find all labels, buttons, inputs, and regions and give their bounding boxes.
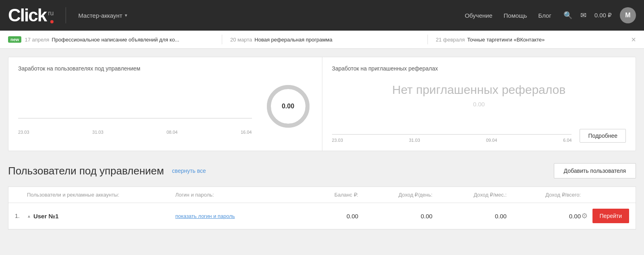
left-chart-content: 23.03 31.03 08.04 16.04 0.00 [18,78,312,135]
col-income-month-header: Доход ₽/мес.: [432,192,506,198]
right-label-1: 23.03 [332,138,343,143]
row-income-total: 0.00 [507,213,581,220]
right-chart-line [332,134,572,135]
news-separator-1 [222,35,222,44]
header-divider [66,7,66,23]
users-header: Пользователи под управлением свернуть вс… [8,163,636,178]
chart-label-2: 31.03 [92,130,103,135]
header-balance: 0.00 ₽ [594,12,612,19]
search-icon[interactable]: 🔍 [564,11,572,20]
nav-blog[interactable]: Блог [538,12,551,19]
news-title-1: Профессиональное написание объявлений дл… [52,37,179,43]
col-balance-header: Баланс ₽: [299,192,358,198]
news-item-3[interactable]: 21 февраля Точные таргетинги «ВКонтакте» [436,37,625,43]
users-table: Пользователи и рекламные аккаунты: Логин… [8,187,636,230]
user-name: User №1 [33,213,59,220]
master-account-label: Мастер-аккаунт [78,12,122,19]
chevron-down-icon: ▾ [125,12,127,18]
col-users-header: Пользователи и рекламные аккаунты: [27,192,175,198]
settings-button[interactable]: ⚙ [580,210,589,222]
col-income-day-header: Доход ₽/день: [358,192,432,198]
chart-line [18,118,252,118]
news-title-2: Новая реферальная программа [254,37,332,43]
donut-chart: 0.00 [264,82,312,131]
table-row: 1. ▲ User №1 показать логин и пароль 0.0… [8,203,636,229]
left-chart-title: Заработок на пользователях под управлени… [18,65,312,72]
row-balance: 0.00 [299,213,358,220]
news-title-3: Точные таргетинги «ВКонтакте» [467,37,545,43]
logo-text: Click [8,6,46,24]
nav-help[interactable]: Помощь [504,12,527,19]
show-login-link[interactable]: показать логин и пароль [175,213,235,219]
logo[interactable]: Click ru [8,6,54,24]
table-header: Пользователи и рекламные аккаунты: Логин… [8,187,636,203]
news-date-2: 20 марта [230,37,252,43]
chart-label-4: 16.04 [241,130,252,135]
no-referrals-value: 0.00 [473,101,485,108]
add-user-button[interactable]: Добавить пользователя [554,163,636,178]
news-item-2[interactable]: 20 марта Новая реферальная программа [230,37,419,43]
news-date-3: 21 февраля [436,37,465,43]
news-badge: new [8,36,21,43]
col-login-header: Логин и пароль: [175,192,299,198]
main: Заработок на пользователях под управлени… [0,49,644,230]
users-title-area: Пользователи под управлением свернуть вс… [8,165,206,177]
row-num: 1. [15,213,27,219]
row-actions: ⚙ Перейти [581,209,629,223]
mail-icon[interactable]: ✉ [580,11,586,20]
logo-dot [50,20,54,23]
right-chart-title: Заработок на приглашенных рефералах [332,65,626,72]
chart-label-3: 08.04 [167,130,178,135]
nav-learn[interactable]: Обучение [465,12,493,19]
right-label-4: 6.04 [563,138,572,143]
header-nav: Обучение Помощь Блог [465,12,551,19]
right-label-3: 09.04 [486,138,497,143]
logo-ru: ru [48,10,54,17]
details-button[interactable]: Подробнее [580,129,626,143]
header-icons: 🔍 ✉ 0.00 ₽ M [564,7,636,23]
right-label-2: 31.03 [409,138,420,143]
chart-label-1: 23.03 [18,130,29,135]
news-date-1: 17 апреля [25,37,49,43]
close-icon[interactable]: × [631,35,636,44]
header: Click ru Мастер-аккаунт ▾ Обучение Помощ… [0,0,644,31]
master-account-menu[interactable]: Мастер-аккаунт ▾ [78,12,127,19]
col-income-total-header: Доход ₽/всего: [507,192,581,198]
avatar[interactable]: M [620,7,636,23]
row-user: ▲ User №1 [27,213,175,220]
right-chart-bottom: 23.03 31.03 09.04 6.04 Подробнее [332,118,626,143]
collapse-link[interactable]: свернуть все [172,168,206,174]
users-section: Пользователи под управлением свернуть вс… [8,163,636,230]
chart-labels: 23.03 31.03 08.04 16.04 [18,130,252,135]
right-chart-content: Нет приглашенных рефералов 0.00 23.03 31… [332,78,626,143]
charts-row: Заработок на пользователях под управлени… [8,57,636,151]
left-chart-panel: Заработок на пользователях под управлени… [8,57,322,151]
right-chart-panel: Заработок на приглашенных рефералах Нет … [322,57,636,151]
news-bar: new 17 апреля Профессиональное написание… [0,31,644,49]
right-chart-line-area: 23.03 31.03 09.04 6.04 [332,118,572,143]
avatar-letter: M [625,12,630,19]
news-item-1[interactable]: 17 апреля Профессиональное написание объ… [25,37,214,43]
no-referrals-text: Нет приглашенных рефералов [392,83,566,97]
right-chart-labels: 23.03 31.03 09.04 6.04 [332,138,572,143]
chart-area: 23.03 31.03 08.04 16.04 [18,78,252,135]
donut-value: 0.00 [282,103,294,110]
row-login: показать логин и пароль [175,213,299,219]
news-separator-2 [427,35,428,44]
row-income-day: 0.00 [358,213,432,220]
row-income-month: 0.00 [432,213,506,220]
expand-icon[interactable]: ▲ [27,214,31,218]
users-title: Пользователи под управлением [8,165,164,177]
goto-button[interactable]: Перейти [592,209,629,223]
